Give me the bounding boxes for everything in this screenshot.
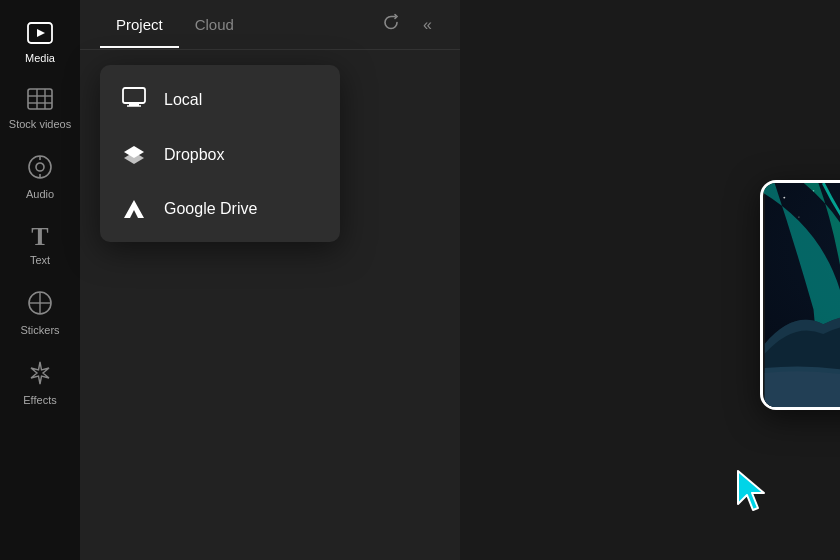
sidebar-item-text-label: Text — [30, 254, 50, 266]
refresh-button[interactable] — [382, 13, 400, 36]
tab-cloud[interactable]: Cloud — [179, 2, 250, 47]
svg-rect-14 — [123, 88, 145, 103]
google-drive-icon — [120, 198, 148, 220]
svg-point-27 — [798, 217, 799, 218]
sidebar-item-stock-videos[interactable]: Stock videos — [0, 76, 80, 142]
sidebar-item-text[interactable]: T Text — [0, 212, 80, 278]
sidebar-item-stickers[interactable]: Stickers — [0, 278, 80, 348]
stock-videos-icon — [27, 88, 53, 114]
stickers-icon — [27, 290, 53, 320]
main-panel: Project Cloud « Upload ∧ — [80, 0, 460, 560]
sidebar-item-stickers-label: Stickers — [20, 324, 59, 336]
dropdown-local-label: Local — [164, 91, 202, 109]
dropdown-item-google-drive[interactable]: Google Drive — [100, 182, 340, 236]
app-container: Media Stock videos — [0, 0, 840, 560]
dropbox-icon — [120, 144, 148, 166]
sidebar-item-media-label: Media — [25, 52, 55, 64]
dropdown-item-dropbox[interactable]: Dropbox — [100, 128, 340, 182]
svg-rect-2 — [28, 89, 52, 109]
audio-icon — [27, 154, 53, 184]
dropdown-gdrive-label: Google Drive — [164, 200, 257, 218]
svg-point-8 — [36, 163, 44, 171]
sidebar-item-stock-videos-label: Stock videos — [9, 118, 71, 130]
sidebar-item-effects[interactable]: Effects — [0, 348, 80, 418]
svg-marker-1 — [37, 29, 45, 37]
local-icon — [120, 87, 148, 112]
media-icon — [27, 22, 53, 48]
sidebar-item-audio-label: Audio — [26, 188, 54, 200]
sidebar-item-effects-label: Effects — [23, 394, 56, 406]
upload-dropdown: Local Dropbox — [100, 65, 340, 242]
effects-icon — [27, 360, 53, 390]
tab-project[interactable]: Project — [100, 2, 179, 47]
media-thumbnail — [760, 180, 840, 410]
dropdown-item-local[interactable]: Local — [100, 71, 340, 128]
preview-area — [460, 0, 840, 560]
sidebar: Media Stock videos — [0, 0, 80, 560]
text-icon: T — [31, 224, 48, 250]
collapse-button[interactable]: « — [415, 12, 440, 38]
dropdown-dropbox-label: Dropbox — [164, 146, 224, 164]
svg-point-18 — [783, 197, 785, 199]
cursor-arrow — [730, 466, 780, 520]
sidebar-item-audio[interactable]: Audio — [0, 142, 80, 212]
sidebar-item-media[interactable]: Media — [0, 10, 80, 76]
tabs-bar: Project Cloud « — [80, 0, 460, 50]
